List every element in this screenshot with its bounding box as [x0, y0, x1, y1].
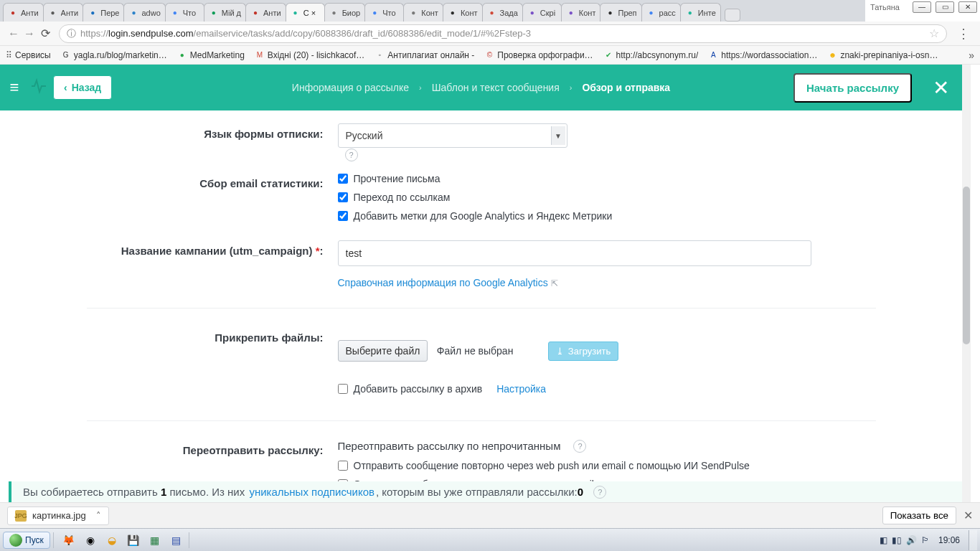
browser-tab[interactable]: ●Пере [83, 3, 124, 22]
window-minimize-button[interactable]: — [913, 1, 931, 13]
browser-tab[interactable]: ●Зада [482, 3, 523, 22]
choose-file-button[interactable]: Выберите файл [338, 340, 428, 362]
stat-open-checkbox[interactable] [338, 174, 348, 184]
tab-label: Мій д [222, 9, 241, 17]
taskbar-app-aimp[interactable]: ◒ [103, 532, 121, 549]
tab-label: Анти [61, 9, 79, 17]
bookmark-item[interactable]: ☻znaki-prepinaniya-i-osn… [827, 50, 938, 60]
browser-tab[interactable]: ●Анти [43, 3, 84, 22]
apps-shortcut[interactable]: ⠿ Сервисы [6, 50, 51, 60]
chevron-up-icon[interactable]: ˄ [96, 510, 101, 521]
back-button[interactable]: ‹ Назад [53, 75, 112, 100]
help-icon[interactable]: ? [593, 486, 606, 499]
archive-option[interactable]: Добавить рассылку в архив Настройка [338, 383, 876, 395]
tray-wifi-icon[interactable]: ▮▯ [892, 535, 902, 545]
bookmark-item[interactable]: Ahttps://wordassociation… [708, 50, 817, 60]
step-info[interactable]: Информация о рассылке [292, 82, 409, 93]
browser-tab[interactable]: ●С × [286, 3, 325, 22]
chevron-down-icon: ▼ [551, 126, 565, 145]
bookmarks-bar: ⠿ Сервисы Gyagla.ru/blog/marketin…●MedMa… [0, 46, 980, 65]
bookmarks-overflow-icon[interactable]: » [969, 50, 974, 61]
stat-utm-option[interactable]: Добавить метки для Google Analytics и Ян… [338, 210, 876, 222]
bookmark-star-icon[interactable]: ☆ [929, 27, 939, 40]
browser-tab[interactable]: ●Инте [680, 3, 721, 22]
tray-flag-icon[interactable]: 🏳 [921, 535, 930, 545]
favicon-icon: ● [566, 8, 576, 18]
download-item[interactable]: JPG картинка.jpg ˄ [7, 507, 109, 525]
archive-label: Добавить рассылку в архив [354, 383, 483, 395]
browser-tab[interactable]: ●Что [364, 3, 404, 22]
bookmark-item[interactable]: ✔http://abcsynonym.ru/ [603, 50, 699, 60]
unique-subscribers-link[interactable]: уникальных подписчиков [249, 486, 374, 498]
browser-tab[interactable]: ●adwo [123, 3, 165, 22]
archive-checkbox[interactable] [338, 384, 348, 394]
bookmark-label: yagla.ru/blog/marketin… [74, 50, 167, 60]
show-all-downloads-button[interactable]: Показать все [882, 507, 956, 524]
browser-tab[interactable]: ●Конт [561, 3, 601, 22]
resend-label: Переотправить рассылку: [87, 440, 338, 456]
stat-click-option[interactable]: Переход по ссылкам [338, 192, 876, 203]
bookmark-favicon-icon: © [484, 50, 494, 60]
bookmark-item[interactable]: MВхідні (20) - lisichkacof… [255, 50, 365, 60]
start-campaign-button[interactable]: Начать рассылку [793, 73, 912, 103]
taskbar-app-firefox[interactable]: 🦊 [60, 532, 78, 549]
resend-ai-option[interactable]: Отправить сообщение повторно через web p… [338, 460, 876, 471]
bookmark-item[interactable]: ●MedMarketing [177, 50, 245, 60]
nav-back-icon[interactable]: ← [6, 27, 22, 40]
bookmark-item[interactable]: ◦Антиплагиат онлайн - [374, 50, 474, 60]
taskbar-app-word[interactable]: ▤ [167, 532, 186, 549]
resend-ai-checkbox[interactable] [338, 461, 348, 471]
nav-reload-icon[interactable]: ⟳ [37, 27, 53, 40]
tray-show-desktop[interactable] [969, 530, 977, 550]
bookmark-item[interactable]: Gyagla.ru/blog/marketin… [61, 50, 167, 60]
bookmark-item[interactable]: ©Проверка орфографи… [484, 50, 593, 60]
tray-clock[interactable]: 19:06 [934, 535, 964, 545]
archive-settings-link[interactable]: Настройка [496, 383, 546, 395]
hamburger-icon[interactable]: ≡ [0, 78, 29, 97]
browser-tab[interactable]: ●Скрі [522, 3, 562, 22]
utm-campaign-input[interactable] [338, 240, 811, 266]
favicon-icon: ● [487, 8, 497, 18]
close-downloads-bar-icon[interactable]: ✕ [963, 509, 973, 522]
window-maximize-button[interactable]: ▭ [936, 1, 954, 13]
nav-forward-icon: → [22, 27, 37, 40]
browser-tab[interactable]: ●расс [641, 3, 681, 22]
upload-button[interactable]: ⤓Загрузить [548, 342, 618, 361]
tray-sound-icon[interactable]: 🔊 [906, 535, 917, 545]
browser-tab[interactable]: ●Конт [403, 3, 443, 22]
browser-tab[interactable]: ●Преп [600, 3, 641, 22]
close-wizard-icon[interactable]: ✕ [933, 76, 949, 100]
browser-tab[interactable]: ●Анти [245, 3, 286, 22]
site-info-icon[interactable]: ⓘ [67, 27, 76, 40]
taskbar-app-save[interactable]: 💾 [124, 532, 143, 549]
form: Язык формы отписки: Русский ▼ ? Сбор ema… [0, 110, 962, 502]
new-tab-button[interactable] [725, 9, 740, 22]
scrollbar-thumb[interactable] [963, 187, 970, 344]
help-icon[interactable]: ? [345, 149, 358, 161]
ga-reference-link[interactable]: Справочная информация по Google Analytic… [338, 277, 558, 288]
browser-menu-icon[interactable]: ⋮ [953, 26, 974, 42]
taskbar-app-excel[interactable]: ▦ [146, 532, 164, 549]
tab-label: Преп [618, 9, 636, 17]
address-bar[interactable]: ⓘ https://login.sendpulse.com/emailservi… [59, 24, 947, 43]
bookmark-favicon-icon: G [61, 50, 71, 60]
language-select[interactable]: Русский ▼ [338, 123, 567, 148]
browser-tab[interactable]: ●Что [165, 3, 204, 22]
help-icon[interactable]: ? [573, 440, 586, 453]
stat-click-checkbox[interactable] [338, 192, 348, 202]
browser-tab[interactable]: ●Анти [3, 3, 44, 22]
page-scrollbar[interactable] [962, 65, 971, 502]
resend-ai-label: Отправить сообщение повторно через web p… [354, 460, 750, 471]
tray-icon[interactable]: ◧ [880, 535, 887, 545]
browser-tab[interactable]: ●Конт [443, 3, 483, 22]
browser-tab[interactable]: ●Мій д [204, 3, 246, 22]
downloads-bar: JPG картинка.jpg ˄ Показать все ✕ [0, 502, 980, 528]
step-review[interactable]: Обзор и отправка [582, 82, 670, 93]
taskbar-app-chrome[interactable]: ◉ [81, 532, 100, 549]
stat-open-option[interactable]: Прочтение письма [338, 173, 876, 184]
start-button[interactable]: Пуск [3, 532, 50, 549]
step-template[interactable]: Шаблон и текст сообщения [432, 82, 560, 93]
stat-utm-checkbox[interactable] [338, 211, 348, 221]
window-close-button[interactable]: ✕ [958, 1, 977, 13]
browser-tab[interactable]: ●Биор [324, 3, 366, 22]
